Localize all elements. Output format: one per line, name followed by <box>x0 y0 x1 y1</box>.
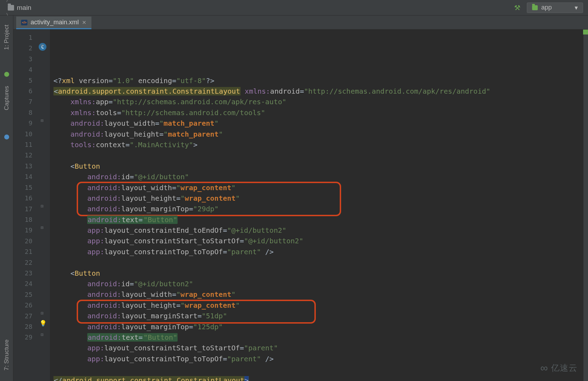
line-number: 19 <box>13 225 32 236</box>
line-number: 8 <box>13 107 32 118</box>
chevron-right-icon: 〉 <box>5 0 13 3</box>
line-number: 23 <box>13 268 32 279</box>
line-number: 3 <box>13 54 32 64</box>
code-line[interactable]: <Button <box>53 268 583 279</box>
code-line[interactable]: <Button <box>53 161 583 171</box>
line-number: 14 <box>13 171 32 182</box>
line-number: 13 <box>13 161 32 171</box>
line-number: 24 <box>13 279 32 289</box>
folder-icon <box>8 5 14 11</box>
captures-dot-icon <box>4 135 9 139</box>
tab-activity-main[interactable]: activity_main.xml ✕ <box>16 17 91 29</box>
code-line[interactable]: app:layout_constraintTop_toTopOf="parent… <box>53 354 583 364</box>
line-number: 2 <box>13 43 32 54</box>
line-number: 29 <box>13 332 32 343</box>
watermark: ∞ 亿速云 <box>541 362 577 374</box>
chevron-down-icon: ▾ <box>575 4 578 12</box>
line-number: 4 <box>13 64 32 75</box>
line-number: 18 <box>13 214 32 225</box>
code-line[interactable]: xmlns:tools="http://schemas.android.com/… <box>53 107 583 118</box>
intention-bulb-icon[interactable]: 💡 <box>39 320 47 327</box>
code-line[interactable]: android:layout_width="wrap_content" <box>53 182 583 193</box>
code-line[interactable]: android:layout_marginStart="51dp" <box>53 311 583 321</box>
build-icon[interactable]: ⚒ <box>514 4 520 12</box>
run-config-label: app <box>541 4 552 11</box>
line-number: 11 <box>13 139 32 150</box>
code-line[interactable]: app:layout_constraintEnd_toEndOf="@+id/b… <box>53 225 583 236</box>
code-line[interactable]: </android.support.constraint.ConstraintL… <box>53 375 583 381</box>
code-line[interactable]: android:text="Button" <box>53 332 583 343</box>
tool-project[interactable]: 1: Project <box>3 25 10 50</box>
line-number-gutter: 1234567891011121314151617181920212223242… <box>13 30 36 381</box>
line-number: 27 <box>13 311 32 321</box>
line-number: 12 <box>13 150 32 161</box>
code-line[interactable]: android:layout_marginTop="125dp" <box>53 321 583 332</box>
left-tool-strip: 1: Project Captures 7: Structure <box>0 15 13 381</box>
xml-file-icon <box>21 20 27 25</box>
tool-structure[interactable]: 7: Structure <box>3 339 10 370</box>
icon-gutter: C ⊟ ⊟ ⊡ ⊟ ⊡ ⊡ 💡 <box>36 30 50 381</box>
line-number: 1 <box>13 32 32 43</box>
code-line[interactable]: app:layout_constraintStart_toStartOf="@+… <box>53 236 583 246</box>
code-line[interactable]: android:layout_height="wrap_content" <box>53 193 583 204</box>
code-line[interactable]: android:id="@+id/button" <box>53 171 583 182</box>
code-editor[interactable]: 1234567891011121314151617181920212223242… <box>13 30 588 381</box>
code-line[interactable] <box>53 257 583 268</box>
code-line[interactable]: app:layout_constraintTop_toTopOf="parent… <box>53 246 583 257</box>
line-number: 21 <box>13 246 32 257</box>
line-number: 6 <box>13 86 32 96</box>
run-config-selector[interactable]: app ▾ <box>527 2 583 13</box>
line-number: 9 <box>13 118 32 129</box>
project-dot-icon <box>4 72 9 77</box>
code-line[interactable]: android:layout_width="match_parent" <box>53 118 583 129</box>
line-number: 22 <box>13 257 32 268</box>
fold-icon[interactable]: ⊟ <box>41 225 44 230</box>
code-line[interactable]: android:layout_height="wrap_content" <box>53 300 583 311</box>
code-line[interactable]: <?xml version="1.0" encoding="utf-8"?> <box>53 75 583 86</box>
fold-icon[interactable]: ⊟ <box>41 43 44 48</box>
watermark-text: 亿速云 <box>551 362 577 374</box>
line-number: 15 <box>13 182 32 193</box>
code-line[interactable]: <android.support.constraint.ConstraintLa… <box>53 86 583 96</box>
code-line[interactable]: android:layout_height="match_parent" <box>53 129 583 139</box>
fold-icon[interactable]: ⊡ <box>41 332 44 337</box>
code-line[interactable]: android:layout_marginTop="29dp" <box>53 204 583 214</box>
breadcrumb-main[interactable]: main <box>5 4 88 12</box>
scrollbar[interactable] <box>583 30 588 381</box>
line-number: 16 <box>13 193 32 204</box>
infinity-icon: ∞ <box>541 362 548 374</box>
tool-captures[interactable]: Captures <box>3 86 10 110</box>
code-area[interactable]: <?xml version="1.0" encoding="utf-8"?><a… <box>50 30 588 381</box>
line-number: 10 <box>13 129 32 139</box>
line-number: 25 <box>13 289 32 300</box>
line-number: 20 <box>13 236 32 246</box>
code-line[interactable] <box>53 150 583 161</box>
code-line[interactable]: android:text="Button" <box>53 214 583 225</box>
fold-icon[interactable]: ⊡ <box>41 311 44 316</box>
breadcrumb-label: main <box>17 4 31 12</box>
line-number: 26 <box>13 300 32 311</box>
tab-label: activity_main.xml <box>31 19 79 26</box>
fold-icon[interactable]: ⊡ <box>41 204 44 209</box>
code-line[interactable]: app:layout_constraintStart_toStartOf="pa… <box>53 343 583 353</box>
fold-icon[interactable]: ⊟ <box>41 118 44 123</box>
code-line[interactable]: android:id="@+id/button2" <box>53 279 583 289</box>
breadcrumb-bar: ConstraintLayoutDemo〉app〉src〉main〉res〉la… <box>0 0 588 15</box>
line-number: 7 <box>13 96 32 107</box>
line-number: 17 <box>13 204 32 214</box>
code-line[interactable]: android:layout_width="wrap_content" <box>53 289 583 300</box>
line-number: 5 <box>13 75 32 86</box>
code-line[interactable] <box>53 364 583 375</box>
code-line[interactable]: tools:context=".MainActivity"> <box>53 139 583 150</box>
scroll-marker-icon <box>583 30 588 35</box>
close-icon[interactable]: ✕ <box>82 19 87 26</box>
code-line[interactable]: xmlns:app="http://schemas.android.com/ap… <box>53 96 583 107</box>
module-icon <box>532 5 538 10</box>
line-number: 28 <box>13 321 32 332</box>
editor-tabs: activity_main.xml ✕ <box>13 15 588 30</box>
